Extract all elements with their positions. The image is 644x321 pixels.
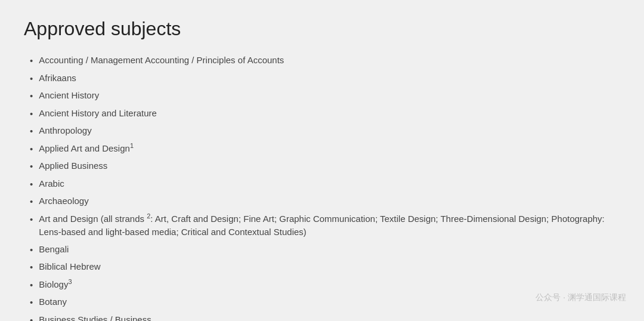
list-item: Biology3: [30, 276, 620, 294]
list-item: Arabic: [30, 175, 620, 193]
list-item: Botany: [30, 294, 620, 311]
list-item: Afrikaans: [30, 70, 620, 88]
list-item: Business Studies / Business: [30, 311, 620, 322]
subjects-list: Accounting / Management Accounting / Pri…: [24, 52, 620, 321]
list-item: Anthropology: [30, 122, 620, 140]
list-item: Biblical Hebrew: [30, 258, 620, 276]
list-item: Accounting / Management Accounting / Pri…: [30, 52, 620, 70]
list-item: Applied Business: [30, 158, 620, 175]
list-item: Bengali: [30, 241, 620, 259]
list-item: Ancient History and Literature: [30, 105, 620, 123]
list-item: Art and Design (all strands 2: Art, Craf…: [30, 211, 620, 241]
list-item: Applied Art and Design1: [30, 140, 620, 158]
list-item: Archaeology: [30, 193, 620, 211]
page-title: Approved subjects: [24, 18, 620, 40]
list-item: Ancient History: [30, 87, 620, 105]
